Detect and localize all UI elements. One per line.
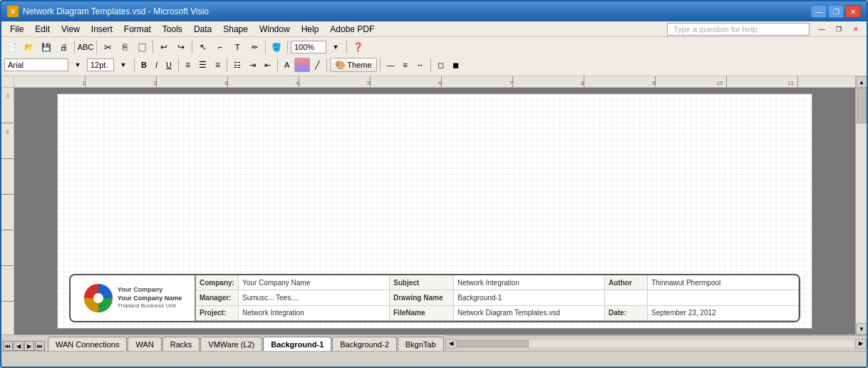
italic-button[interactable]: I xyxy=(152,58,161,72)
filename-label: FileName xyxy=(390,306,454,321)
menu-help[interactable]: Help xyxy=(296,23,325,36)
copy-button[interactable]: ⎘ xyxy=(117,40,133,54)
cut-button[interactable]: ✂ xyxy=(100,40,115,54)
restore-button[interactable]: ❐ xyxy=(828,5,844,18)
drawing-label: Drawing Name xyxy=(390,290,454,305)
tab-bkgntab[interactable]: BkgnTab xyxy=(398,337,444,351)
company-label: Company: xyxy=(196,275,239,290)
hscroll-left-btn[interactable]: ◀ xyxy=(445,339,457,349)
zoom-dropdown[interactable]: ▼ xyxy=(328,40,343,54)
pencil-button[interactable]: ✏ xyxy=(247,40,262,54)
logo-name: Your Company Name xyxy=(118,295,182,303)
drawing-page[interactable]: Your Company Your Company Name Thailand … xyxy=(57,93,812,329)
tab-next-btn[interactable]: ▶ xyxy=(24,341,34,351)
line-style-button[interactable]: — xyxy=(383,58,398,72)
app-window: V Network Diagram Templates.vsd - Micros… xyxy=(0,0,868,368)
canvas-scroll[interactable]: Your Company Your Company Name Thailand … xyxy=(14,88,855,334)
help-button[interactable]: ❓ xyxy=(350,40,366,54)
tab-prev-btn[interactable]: ◀ xyxy=(14,341,24,351)
scroll-up-arrow[interactable]: ▲ xyxy=(856,76,867,88)
menu-shape[interactable]: Shape xyxy=(217,23,254,36)
tab-nav: ⏮ ◀ ▶ ⏭ xyxy=(3,341,45,351)
menu-edit[interactable]: Edit xyxy=(29,23,56,36)
window-controls: — ❐ ✕ xyxy=(811,5,861,18)
bold-button[interactable]: B xyxy=(138,58,150,72)
menu-data[interactable]: Data xyxy=(188,23,217,36)
undo-button[interactable]: ↩ xyxy=(156,40,172,54)
tab-wan[interactable]: WAN xyxy=(128,337,161,351)
format-toolbar-row: ▼ ▼ B I U ≡ ☰ ≡ ☷ ⇥ ⇤ A ╱ 🎨 Theme — xyxy=(4,56,864,73)
title-bar-left: V Network Diagram Templates.vsd - Micros… xyxy=(7,6,209,17)
indent-button[interactable]: ⇥ xyxy=(246,58,259,72)
font-color-button[interactable]: A xyxy=(281,58,293,72)
line-ends-button[interactable]: ↔ xyxy=(413,58,428,72)
tab-vmware[interactable]: VMWare (L2) xyxy=(200,337,262,351)
help-search-box[interactable]: Type a question for help xyxy=(667,23,810,36)
menu-tools[interactable]: Tools xyxy=(157,23,188,36)
hscroll-right-btn[interactable]: ▶ xyxy=(855,339,867,349)
author-label: Author xyxy=(605,275,648,290)
tab-background-1[interactable]: Background-1 xyxy=(263,337,331,351)
h-scrollbar: ◀ ▶ xyxy=(445,335,867,351)
shadow-button[interactable]: ◻ xyxy=(434,58,448,72)
minimize-button[interactable]: — xyxy=(811,5,827,18)
menu-insert[interactable]: Insert xyxy=(86,23,118,36)
line-weight-button[interactable]: ≡ xyxy=(400,58,411,72)
shape-style-button[interactable]: ◼ xyxy=(449,58,463,72)
ruler-marks: 1 2 3 4 5 6 7 8 9 10 11 xyxy=(14,76,855,87)
fill-button[interactable]: 🪣 xyxy=(269,40,284,54)
help-placeholder: Type a question for help xyxy=(673,25,757,34)
app-icon: V xyxy=(7,6,19,17)
connector-button[interactable]: ⌐ xyxy=(212,40,228,54)
align-right-button[interactable]: ≡ xyxy=(212,58,224,72)
menu-window[interactable]: Window xyxy=(254,23,296,36)
theme-button[interactable]: 🎨 Theme xyxy=(330,58,376,72)
paste-button[interactable]: 📋 xyxy=(134,40,150,54)
hscroll-thumb[interactable] xyxy=(458,340,529,347)
scroll-down-arrow[interactable]: ▼ xyxy=(856,323,867,334)
tab-racks[interactable]: Racks xyxy=(162,337,200,351)
zoom-input[interactable] xyxy=(291,41,326,53)
menu-adobe[interactable]: Adobe PDF xyxy=(324,23,380,36)
open-button[interactable]: 📂 xyxy=(21,40,37,54)
tab-wan-connections[interactable]: WAN Connections xyxy=(48,337,127,351)
content-area: 3 2 1 2 3 4 5 6 7 8 9 xyxy=(1,76,867,367)
pointer-button[interactable]: ↖ xyxy=(195,40,211,54)
font-size-input[interactable] xyxy=(87,58,114,71)
date-value: September 23, 2012 xyxy=(648,306,799,321)
fill-color-button[interactable] xyxy=(294,58,310,72)
tab-first-btn[interactable]: ⏮ xyxy=(3,341,13,351)
font-name-dropdown[interactable]: ▼ xyxy=(70,58,86,72)
font-name-input[interactable] xyxy=(4,58,68,71)
save-button[interactable]: 💾 xyxy=(38,40,54,54)
menu-bar: File Edit View Insert Format Tools Data … xyxy=(1,21,867,37)
menu-file[interactable]: File xyxy=(4,23,29,36)
line-color-button[interactable]: ╱ xyxy=(311,58,324,72)
project-value: Network Integration xyxy=(239,306,390,321)
spell-button[interactable]: ABC xyxy=(78,40,93,54)
sep7 xyxy=(346,41,347,53)
sep10 xyxy=(227,58,227,71)
menu-format[interactable]: Format xyxy=(118,23,157,36)
menu-close-btn[interactable]: ✕ xyxy=(848,22,864,36)
theme-label: Theme xyxy=(347,61,371,69)
new-button[interactable]: 📄 xyxy=(4,40,20,54)
close-button[interactable]: ✕ xyxy=(845,5,861,18)
menu-view[interactable]: View xyxy=(56,23,86,36)
menu-min-btn[interactable]: — xyxy=(814,22,830,36)
align-left-button[interactable]: ≡ xyxy=(182,58,194,72)
font-size-dropdown[interactable]: ▼ xyxy=(115,58,131,72)
bullet-button[interactable]: ☷ xyxy=(230,58,244,72)
underline-button[interactable]: U xyxy=(162,58,175,72)
ruler-left-marks: 3 2 xyxy=(1,88,14,334)
text-button[interactable]: T xyxy=(229,40,245,54)
menu-restore-btn[interactable]: ❐ xyxy=(831,22,847,36)
outdent-button[interactable]: ⇤ xyxy=(261,58,274,72)
sep5 xyxy=(265,41,266,53)
tab-last-btn[interactable]: ⏭ xyxy=(35,341,45,351)
align-center-button[interactable]: ☰ xyxy=(195,58,210,72)
redo-button[interactable]: ↪ xyxy=(173,40,189,54)
tab-background-2[interactable]: Background-2 xyxy=(332,337,397,351)
print-button[interactable]: 🖨 xyxy=(56,40,71,54)
scroll-thumb[interactable] xyxy=(857,88,867,123)
